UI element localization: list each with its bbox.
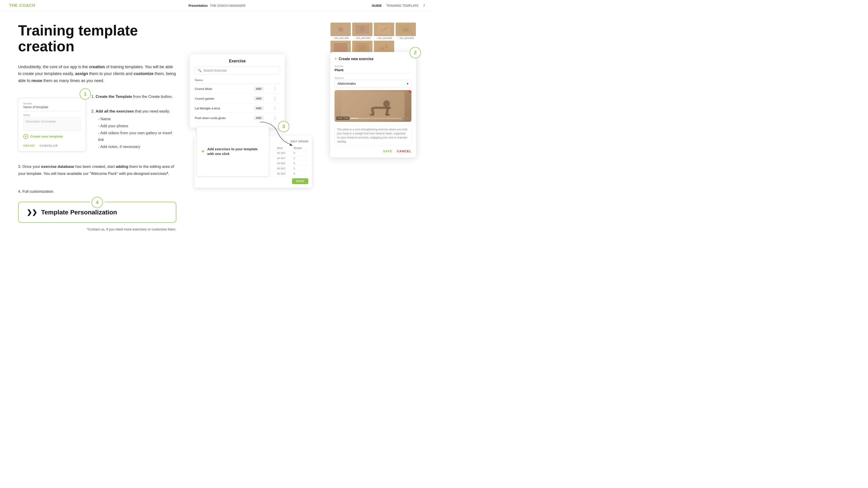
add-btn-4[interactable]: ADD <box>254 116 264 120</box>
thumb-label-1: ✓MVI_4071.MP4 <box>331 37 351 39</box>
more-btn-3[interactable]: ⋮ <box>273 106 277 110</box>
add-btn-2[interactable]: ADD <box>254 96 264 101</box>
chevron-down-icon: ❯❯ <box>27 208 37 216</box>
logo: THE COACH <box>9 3 35 8</box>
volume-icon: 🔊 <box>403 117 406 120</box>
cancelar-button[interactable]: CANCELAR <box>39 144 58 147</box>
step4-text: 4. Full customization. <box>18 188 176 195</box>
create-exercise-panel: + Create new exercise Nombre Plank Múscu… <box>330 52 416 158</box>
create-new-template-button[interactable]: + Create new template <box>23 134 63 139</box>
thumb-2: ✓MVI_4072.MP4 <box>352 23 373 39</box>
header-center: Presentation THE COACH MANAGER <box>188 4 246 7</box>
dropdown-arrow-icon: ▾ <box>407 82 408 86</box>
row5-rest: 60 SEC <box>276 171 292 176</box>
create-nombre-value: Plank <box>335 68 411 74</box>
plus-icon: + <box>23 134 28 139</box>
row4-rest: 60 SEC <box>276 166 292 171</box>
exercise-row-3: Lat Maniglie a terra ADD ⋮ <box>195 104 280 113</box>
row1-weight: 0 <box>292 151 308 156</box>
svg-point-17 <box>383 100 390 107</box>
svg-rect-13 <box>377 43 391 52</box>
exercise-name-3: Lat Maniglie a terra <box>195 104 253 113</box>
create-btn-label: Create new template <box>30 134 63 138</box>
step1-text: 1. Create the Template from the Create b… <box>91 93 176 151</box>
more-btn-4[interactable]: ⋮ <box>273 116 277 120</box>
svg-point-8 <box>403 28 409 32</box>
row5-weight: 0 <box>292 171 308 176</box>
training-template-label: TRAINING TEMPLATE <box>386 4 418 7</box>
step2-bold: Add all the exercises <box>96 109 134 113</box>
create-exercise-title: Create new exercise <box>339 57 374 61</box>
card-description: Description of template <box>23 117 81 131</box>
thumb-img-2 <box>352 23 373 36</box>
svg-marker-23 <box>289 143 293 146</box>
thumb-3: ✓MVI_4073.MP4 <box>374 23 394 39</box>
presentation-label: Presentation <box>188 4 208 7</box>
add-btn-3[interactable]: ADD <box>254 106 264 110</box>
more-btn-1[interactable]: ⋮ <box>273 87 277 91</box>
svg-point-14 <box>381 47 385 50</box>
step2-label: 2. Add all the exercises that you need e… <box>91 108 176 115</box>
exercise-name-2: Crunch gambe <box>195 94 253 103</box>
close-icon[interactable]: × <box>409 90 411 93</box>
svg-rect-12 <box>359 45 366 50</box>
manager-label: THE COACH MANAGER <box>210 4 246 7</box>
row1-rest: 60 SEC <box>276 151 292 156</box>
row2-weight: 0 <box>292 156 308 161</box>
svg-point-4 <box>360 26 365 32</box>
mockup-area: ✓MVI_4071.MP4 ✓MVI_4072.MP4 <box>190 23 416 181</box>
svg-rect-16 <box>341 91 405 121</box>
create-panel-title: + Create new exercise <box>335 57 411 61</box>
more-btn-2[interactable]: ⋮ <box>273 96 277 101</box>
video-container: × 0:02 / 0:19 🔊 ⛶ <box>335 90 411 122</box>
step2-sub3: - Add videos from your own gallery or in… <box>98 130 176 143</box>
fullscreen-icon: ⛶ <box>407 117 410 120</box>
logo-text: THE COACH <box>9 3 35 8</box>
step3-text: 3. Once your exercise database has been … <box>18 163 176 177</box>
card-notes-label: Notes <box>23 113 81 116</box>
exercise-row-2: Crunch gambe ADD ⋮ <box>195 94 280 103</box>
step4-label: Full customization. <box>22 189 54 194</box>
thumb-label-2: ✓MVI_4072.MP4 <box>352 37 373 39</box>
hecho-button[interactable]: HECHO <box>23 144 35 147</box>
add-btn-1[interactable]: ADD <box>254 87 264 91</box>
thumb-img-3 <box>374 23 394 36</box>
video-controls-bar: 0:02 / 0:19 🔊 ⛶ <box>336 117 410 120</box>
step1-card-container: Nombre Name of template Notes Descriptio… <box>18 93 86 156</box>
create-musculo-value: Abdominales <box>338 82 356 86</box>
exercise-notes: The plank is a core-strengthening exerci… <box>335 125 411 146</box>
video-progress-bar <box>350 118 401 119</box>
personalization-container: 4 ❯❯ Template Personalization <box>18 202 176 223</box>
svg-point-15 <box>385 44 388 48</box>
step-badge-2: 2 <box>410 47 421 58</box>
search-box[interactable]: 🔍 Search Exercise <box>194 67 280 74</box>
save-button[interactable]: SAVE <box>383 149 393 153</box>
create-musculo-select[interactable]: Abdominales ▾ <box>335 80 411 88</box>
create-footer-buttons: SAVE CANCEL <box>335 149 411 153</box>
badge-4-container: 4 <box>90 197 105 208</box>
create-nombre-label: Nombre <box>335 65 411 68</box>
step-badge-4: 4 <box>92 197 103 208</box>
step1-bold: Create the Template <box>96 94 132 99</box>
video-preview: × 0:02 / 0:19 🔊 ⛶ <box>335 90 411 122</box>
badge-1-container: 1 <box>80 88 91 100</box>
row4-weight: 0 <box>292 166 308 171</box>
left-column: Training template creation Undoubtedly, … <box>18 23 176 231</box>
step2-after: that you need easily: <box>134 109 170 113</box>
row3-weight: 0 <box>292 161 308 166</box>
row2-rest: 60 SEC <box>276 156 292 161</box>
tt-save-button[interactable]: SAVE <box>292 178 308 184</box>
cancel-button[interactable]: CANCEL <box>397 149 411 153</box>
row3-rest: 60 SEC <box>276 161 292 166</box>
header-right: GUIDE TRAINING TEMPLATE 7 <box>372 4 425 7</box>
card-nombre-label: Nombre <box>23 102 81 105</box>
step-badge-1: 1 <box>80 88 91 100</box>
exercise-panel-title: Exercise <box>194 59 280 64</box>
step1-after: from the Create button. <box>132 94 173 99</box>
tooltip-line2: with one click <box>207 152 229 156</box>
card-template: Nombre Name of template Notes Descriptio… <box>18 98 86 152</box>
exercise-silhouette <box>341 91 405 121</box>
footnote: *Contact us, if you need more exercises … <box>18 227 176 231</box>
tooltip-line1: Add exercises to your template <box>207 147 258 151</box>
page-title: Training template creation <box>18 23 176 55</box>
